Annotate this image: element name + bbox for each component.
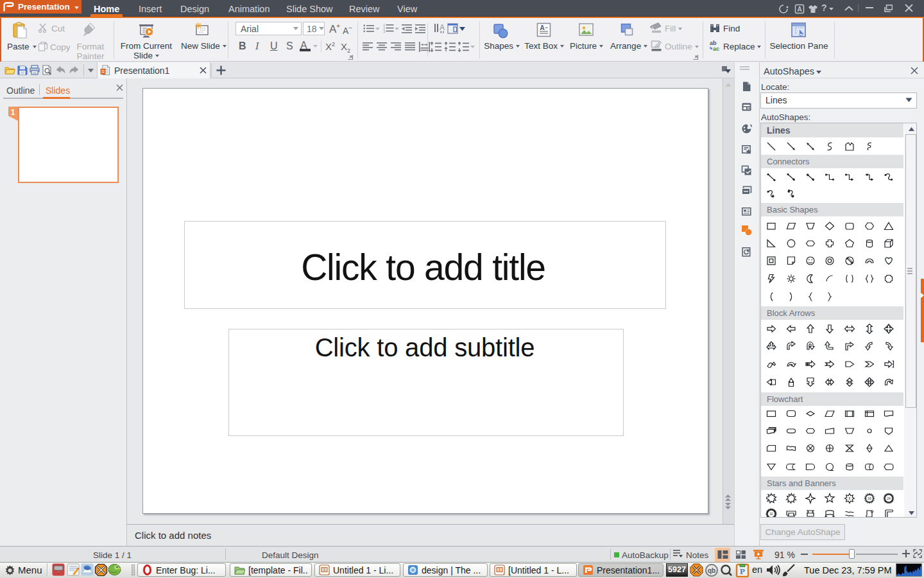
svg-text:3: 3	[383, 30, 385, 33]
svg-text:32: 32	[769, 512, 773, 516]
svg-text:24: 24	[887, 496, 891, 500]
svg-text:ac: ac	[713, 46, 719, 52]
svg-text:qb: qb	[708, 567, 715, 574]
svg-text:A: A	[540, 24, 545, 31]
svg-text:16: 16	[868, 496, 871, 500]
svg-text:1: 1	[11, 108, 15, 117]
svg-text:P: P	[740, 566, 745, 576]
svg-text:A: A	[797, 6, 801, 13]
svg-text:A: A	[440, 23, 445, 32]
svg-text:8: 8	[849, 496, 851, 500]
